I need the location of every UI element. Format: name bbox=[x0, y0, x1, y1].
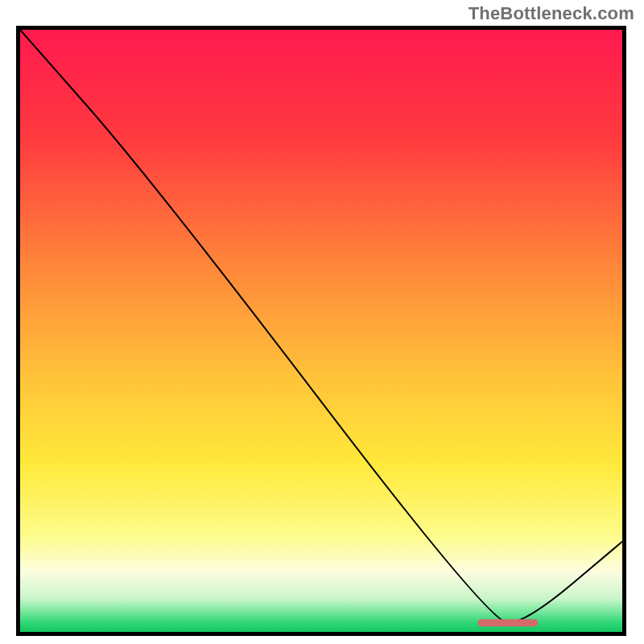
chart-svg bbox=[20, 30, 622, 632]
plot-area bbox=[16, 26, 626, 636]
optimal-range-marker bbox=[477, 619, 538, 626]
gradient-background bbox=[20, 30, 622, 632]
watermark-text: TheBottleneck.com bbox=[469, 3, 634, 24]
chart-frame: TheBottleneck.com bbox=[0, 0, 644, 644]
